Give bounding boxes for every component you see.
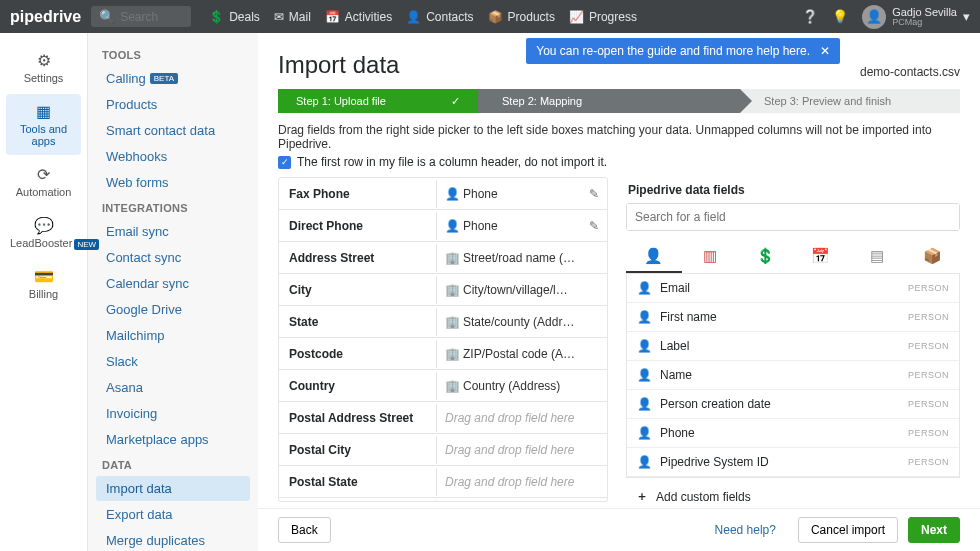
global-search[interactable]: 🔍 <box>91 6 191 27</box>
nav-contacts[interactable]: 👤Contacts <box>406 10 473 24</box>
picker-field[interactable]: 👤Person creation datePERSON <box>627 390 959 419</box>
mapping-table[interactable]: Fax Phone👤Phone✎Direct Phone👤Phone✎Addre… <box>278 177 608 502</box>
badge-beta: BETA <box>150 73 178 84</box>
side-slack[interactable]: Slack <box>96 349 250 374</box>
side-webhooks[interactable]: Webhooks <box>96 144 250 169</box>
field-list[interactable]: 👤EmailPERSON👤First namePERSON👤LabelPERSO… <box>626 274 960 478</box>
checkbox-icon[interactable]: ✓ <box>278 156 291 169</box>
side-marketplace[interactable]: Marketplace apps <box>96 427 250 452</box>
tab-product[interactable]: 📦 <box>904 241 960 273</box>
nav-progress[interactable]: 📈Progress <box>569 10 637 24</box>
settings-rail: ⚙Settings ▦Tools and apps ⟳Automation 💬L… <box>0 33 88 551</box>
tips-icon[interactable]: 💡 <box>832 9 848 24</box>
nav-activities[interactable]: 📅Activities <box>325 10 392 24</box>
banner-text: You can re-open the guide and find more … <box>536 44 810 58</box>
integrations-heading: INTEGRATIONS <box>94 196 252 218</box>
side-import-data[interactable]: Import data <box>96 476 250 501</box>
target-field[interactable]: Drag and drop field here <box>437 500 607 503</box>
header-row-checkbox[interactable]: ✓ The first row in my file is a column h… <box>258 155 980 177</box>
close-icon[interactable]: ✕ <box>820 44 830 58</box>
step-2[interactable]: Step 2: Mapping <box>478 89 740 113</box>
target-field[interactable]: Drag and drop field here <box>437 468 607 496</box>
tab-person[interactable]: 👤 <box>626 241 682 273</box>
side-invoicing[interactable]: Invoicing <box>96 401 250 426</box>
edit-icon[interactable]: ✎ <box>589 219 599 233</box>
side-webforms[interactable]: Web forms <box>96 170 250 195</box>
field-picker: Pipedrive data fields 👤 ▥ 💲 📅 ▤ 📦 👤Email… <box>626 177 960 502</box>
target-field[interactable]: 🏢Country (Address) <box>437 372 607 400</box>
add-custom-fields[interactable]: ＋ Add custom fields <box>626 478 960 508</box>
side-google-drive[interactable]: Google Drive <box>96 297 250 322</box>
side-products[interactable]: Products <box>96 92 250 117</box>
target-field[interactable]: 🏢State/county (Addr… <box>437 308 607 336</box>
help-icon[interactable]: ❔ <box>802 9 818 24</box>
target-field[interactable]: 🏢ZIP/Postal code (A… <box>437 340 607 368</box>
rail-leadbooster[interactable]: 💬LeadBoosterNEW <box>6 208 81 257</box>
step-1[interactable]: Step 1: Upload file✓ <box>278 89 478 113</box>
back-button[interactable]: Back <box>278 517 331 543</box>
cancel-button[interactable]: Cancel import <box>798 517 898 543</box>
mapping-row[interactable]: Country🏢Country (Address) <box>279 370 607 402</box>
step-3: Step 3: Preview and finish <box>740 89 960 113</box>
side-contact-sync[interactable]: Contact sync <box>96 245 250 270</box>
footer-actions: Back Need help? Cancel import Next <box>258 508 980 551</box>
mapping-row[interactable]: Postal Address StreetDrag and drop field… <box>279 402 607 434</box>
side-export-data[interactable]: Export data <box>96 502 250 527</box>
side-smart-contact[interactable]: Smart contact data <box>96 118 250 143</box>
rail-settings[interactable]: ⚙Settings <box>6 43 81 92</box>
side-asana[interactable]: Asana <box>96 375 250 400</box>
nav-products[interactable]: 📦Products <box>488 10 555 24</box>
user-menu[interactable]: 👤 Gadjo Sevilla PCMag ▾ <box>862 5 970 29</box>
search-input[interactable] <box>120 10 190 24</box>
picker-field[interactable]: 👤EmailPERSON <box>627 274 959 303</box>
field-search-input[interactable] <box>627 204 959 230</box>
next-button[interactable]: Next <box>908 517 960 543</box>
target-field[interactable]: 👤Phone✎ <box>437 212 607 240</box>
tab-activity[interactable]: 📅 <box>793 241 849 273</box>
tab-note[interactable]: ▤ <box>849 241 905 273</box>
field-search[interactable] <box>626 203 960 231</box>
box-icon: 📦 <box>488 10 503 24</box>
picker-field[interactable]: 👤PhonePERSON <box>627 419 959 448</box>
nav-deals[interactable]: 💲Deals <box>209 10 260 24</box>
mapping-row[interactable]: Postcode🏢ZIP/Postal code (A… <box>279 338 607 370</box>
page-title: Import data <box>278 51 399 79</box>
person-icon: 👤 <box>637 426 652 440</box>
mapping-row[interactable]: City🏢City/town/village/l… <box>279 274 607 306</box>
step-indicator: Step 1: Upload file✓ Step 2: Mapping Ste… <box>278 89 960 113</box>
top-bar: pipedrive 🔍 💲Deals ✉Mail 📅Activities 👤Co… <box>0 0 980 33</box>
edit-icon[interactable]: ✎ <box>589 187 599 201</box>
person-icon: 👤 <box>445 219 457 233</box>
rail-automation[interactable]: ⟳Automation <box>6 157 81 206</box>
target-field[interactable]: 🏢Street/road name (… <box>437 244 607 272</box>
entity-tag: PERSON <box>908 283 949 293</box>
picker-field[interactable]: 👤NamePERSON <box>627 361 959 390</box>
target-field[interactable]: Drag and drop field here <box>437 404 607 432</box>
entity-tag: PERSON <box>908 457 949 467</box>
rail-billing[interactable]: 💳Billing <box>6 259 81 308</box>
mapping-row[interactable]: Postal StateDrag and drop field here <box>279 466 607 498</box>
mapping-row[interactable]: Address Street🏢Street/road name (… <box>279 242 607 274</box>
side-mailchimp[interactable]: Mailchimp <box>96 323 250 348</box>
tab-deal[interactable]: 💲 <box>737 241 793 273</box>
mapping-row[interactable]: Fax Phone👤Phone✎ <box>279 178 607 210</box>
picker-field[interactable]: 👤First namePERSON <box>627 303 959 332</box>
picker-field[interactable]: 👤Pipedrive System IDPERSON <box>627 448 959 477</box>
mapping-row[interactable]: State🏢State/county (Addr… <box>279 306 607 338</box>
side-email-sync[interactable]: Email sync <box>96 219 250 244</box>
target-field[interactable]: Drag and drop field here <box>437 436 607 464</box>
side-calling[interactable]: CallingBETA <box>96 66 250 91</box>
tab-org[interactable]: ▥ <box>682 241 738 273</box>
need-help-link[interactable]: Need help? <box>703 518 788 542</box>
target-field[interactable]: 🏢City/town/village/l… <box>437 276 607 304</box>
rail-tools-apps[interactable]: ▦Tools and apps <box>6 94 81 155</box>
entity-tag: PERSON <box>908 370 949 380</box>
mapping-row[interactable]: Postal PostcodeDrag and drop field here <box>279 498 607 502</box>
side-merge-dup[interactable]: Merge duplicates <box>96 528 250 551</box>
picker-field[interactable]: 👤LabelPERSON <box>627 332 959 361</box>
mapping-row[interactable]: Postal CityDrag and drop field here <box>279 434 607 466</box>
side-calendar-sync[interactable]: Calendar sync <box>96 271 250 296</box>
target-field[interactable]: 👤Phone✎ <box>437 180 607 208</box>
nav-mail[interactable]: ✉Mail <box>274 10 311 24</box>
mapping-row[interactable]: Direct Phone👤Phone✎ <box>279 210 607 242</box>
